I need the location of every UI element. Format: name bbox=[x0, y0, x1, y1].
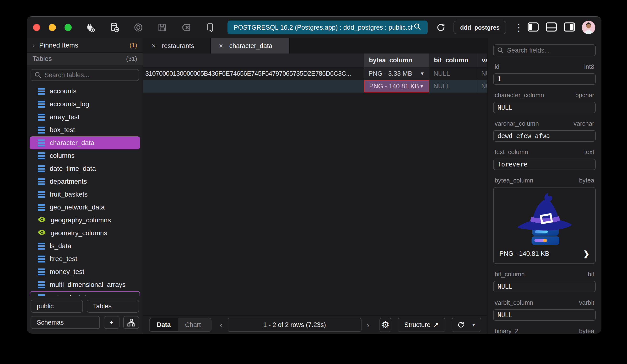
table-icon bbox=[38, 294, 45, 296]
field-varbit-column: varbit_columnvarbit NULL bbox=[493, 299, 596, 321]
save-icon[interactable] bbox=[157, 22, 168, 33]
column-header-bit[interactable]: bit_column bbox=[429, 53, 477, 67]
toggle-left-panel-icon[interactable] bbox=[527, 22, 539, 33]
close-window-button[interactable] bbox=[33, 24, 40, 31]
sidebar-item-geo-network-data[interactable]: geo_network_data bbox=[30, 201, 140, 214]
sidebar-item-date-time-data[interactable]: date_time_data bbox=[30, 162, 140, 175]
grid-row-2-selected[interactable]: PNG - 140.81 KB ▼ NULL NU bbox=[143, 80, 487, 93]
cell-varbit-value[interactable]: NU bbox=[477, 80, 487, 92]
backspace-clear-icon[interactable] bbox=[181, 22, 192, 33]
open-preview-chevron-icon[interactable]: ❯ bbox=[583, 249, 589, 258]
search-icon[interactable] bbox=[413, 23, 421, 33]
disclosure-icon: › bbox=[33, 41, 35, 49]
schema-selector[interactable]: public bbox=[31, 300, 83, 313]
view-eye-icon bbox=[38, 216, 46, 224]
field-value[interactable]: forevere bbox=[493, 159, 596, 170]
add-schema-button[interactable]: + bbox=[104, 316, 119, 329]
field-type: bpchar bbox=[575, 91, 594, 99]
column-header-bytea[interactable]: bytea_column bbox=[364, 53, 429, 67]
sidebar-item-accounts-log[interactable]: accounts_log bbox=[30, 98, 140, 111]
new-connection-icon[interactable] bbox=[85, 22, 96, 33]
pinned-items-header[interactable]: › Pinned Items (1) bbox=[27, 38, 143, 52]
sidebar-item-geography-columns[interactable]: geography_columns bbox=[30, 214, 140, 227]
view-icon[interactable] bbox=[133, 22, 144, 33]
cell-bit-value[interactable]: NULL bbox=[429, 67, 477, 80]
connection-title-bar[interactable]: POSTGRESQL 16.2 (Postgres.app) : ddd_pos… bbox=[227, 21, 428, 34]
category-selector[interactable]: Tables bbox=[87, 300, 139, 313]
prev-page-icon[interactable]: ‹ bbox=[220, 320, 222, 330]
field-name: character_column bbox=[495, 91, 544, 99]
sidebar-item-box-test[interactable]: box_test bbox=[30, 124, 140, 136]
field-value[interactable]: NULL bbox=[493, 309, 596, 321]
tab-data[interactable]: Data bbox=[150, 318, 178, 331]
field-name: text_column bbox=[495, 148, 528, 156]
minimize-window-button[interactable] bbox=[49, 24, 56, 31]
dropdown-icon[interactable]: ▼ bbox=[420, 71, 425, 76]
sidebar-item-array-test[interactable]: array_test bbox=[30, 111, 140, 124]
sql-file-icon[interactable] bbox=[205, 22, 215, 33]
cell-bytea-value-selected[interactable]: PNG - 140.81 KB ▼ bbox=[364, 80, 429, 92]
field-value[interactable]: dewd efew afwa bbox=[493, 130, 596, 142]
toggle-right-panel-icon[interactable] bbox=[564, 22, 575, 33]
settings-button[interactable]: ⚙ bbox=[379, 318, 391, 332]
grid-row-1[interactable]: 31070000130000005B436F6E74656E745F547970… bbox=[143, 67, 487, 80]
close-tab-icon[interactable]: × bbox=[219, 42, 223, 50]
field-search-input[interactable] bbox=[507, 47, 592, 54]
er-diagram-button[interactable] bbox=[123, 316, 139, 329]
cell-bit-value[interactable]: NULL bbox=[429, 80, 477, 92]
reload-options-icon[interactable]: ▼ bbox=[471, 322, 476, 328]
dropdown-icon[interactable]: ▼ bbox=[419, 84, 424, 89]
toggle-bottom-panel-icon[interactable] bbox=[546, 22, 557, 33]
field-name: varbit_column bbox=[495, 299, 533, 306]
reload-table-button[interactable]: ▼ bbox=[452, 318, 481, 332]
table-list: accounts accounts_log array_test box_tes… bbox=[27, 85, 143, 296]
sidebar-item-character-data[interactable]: character_data bbox=[30, 136, 140, 149]
refresh-connection-icon[interactable] bbox=[435, 22, 446, 33]
sidebar-item-money-test[interactable]: money_test bbox=[30, 265, 140, 278]
tab-restaurants[interactable]: × restaurants bbox=[143, 38, 211, 53]
cell-hex-value[interactable]: 31070000130000005B436F6E74656E745F547970… bbox=[143, 67, 364, 80]
gear-icon: ⚙ bbox=[381, 319, 389, 330]
sidebar-item-ls-data[interactable]: ls_data bbox=[30, 240, 140, 252]
field-value[interactable]: NULL bbox=[493, 281, 596, 292]
next-page-icon[interactable]: › bbox=[367, 320, 369, 330]
bytea-preview-box[interactable]: PNG - 140.81 KB ❯ bbox=[493, 187, 596, 264]
structure-button[interactable]: Structure ↗ bbox=[398, 318, 445, 332]
sidebar-item-fruit-baskets[interactable]: fruit_baskets bbox=[30, 188, 140, 201]
tab-character-data[interactable]: × character_data bbox=[211, 38, 290, 53]
diagram-icon bbox=[127, 318, 135, 326]
zoom-window-button[interactable] bbox=[64, 24, 72, 31]
connection-name-button[interactable]: ddd_postgres bbox=[454, 21, 506, 34]
grid-header-row: bytea_column bit_column var bbox=[143, 53, 487, 67]
more-options-icon[interactable]: ⋮ bbox=[514, 23, 520, 32]
main-area: × restaurants × character_data bytea_col… bbox=[143, 38, 487, 334]
field-text-column: text_columntext forevere bbox=[493, 148, 596, 170]
cell-bytea-value[interactable]: PNG - 3.33 MB ▼ bbox=[364, 67, 429, 80]
field-type: varchar bbox=[574, 120, 594, 127]
sidebar-item-columns[interactable]: columns bbox=[30, 149, 140, 162]
field-value[interactable]: NULL bbox=[493, 102, 596, 113]
sidebar-item-ltree-test[interactable]: ltree_test bbox=[30, 252, 140, 265]
field-type: bytea bbox=[579, 177, 594, 184]
cell-varbit-value[interactable]: NU bbox=[477, 67, 487, 80]
sidebar-item-network-data[interactable]: network_data bbox=[30, 291, 140, 296]
sidebar-item-multi-dimensional-arrays[interactable]: multi_dimensional_arrays bbox=[30, 278, 140, 291]
close-tab-icon[interactable]: × bbox=[152, 42, 156, 50]
tab-chart[interactable]: Chart bbox=[178, 318, 208, 331]
row-range-indicator[interactable]: 1 - 2 of 2 rows (7.23s) bbox=[228, 318, 362, 332]
field-value[interactable]: 1 bbox=[493, 73, 596, 85]
sidebar-item-accounts[interactable]: accounts bbox=[30, 85, 140, 98]
schemas-button[interactable]: Schemas bbox=[31, 316, 100, 329]
cell-hex-value[interactable] bbox=[143, 80, 364, 92]
user-avatar[interactable] bbox=[582, 21, 595, 34]
sidebar-item-geometry-columns[interactable]: geometry_columns bbox=[30, 227, 140, 240]
open-database-icon[interactable] bbox=[109, 22, 120, 33]
column-header-varbit[interactable]: var bbox=[477, 53, 487, 67]
sidebar-item-departments[interactable]: departments bbox=[30, 175, 140, 188]
column-header-prev[interactable] bbox=[143, 53, 364, 67]
bytea-file-info: PNG - 140.81 KB bbox=[499, 250, 549, 258]
tab-message[interactable]: Message bbox=[208, 318, 212, 331]
table-search-input[interactable] bbox=[45, 71, 135, 79]
tab-label: restaurants bbox=[162, 42, 194, 50]
field-name: id bbox=[495, 63, 499, 70]
